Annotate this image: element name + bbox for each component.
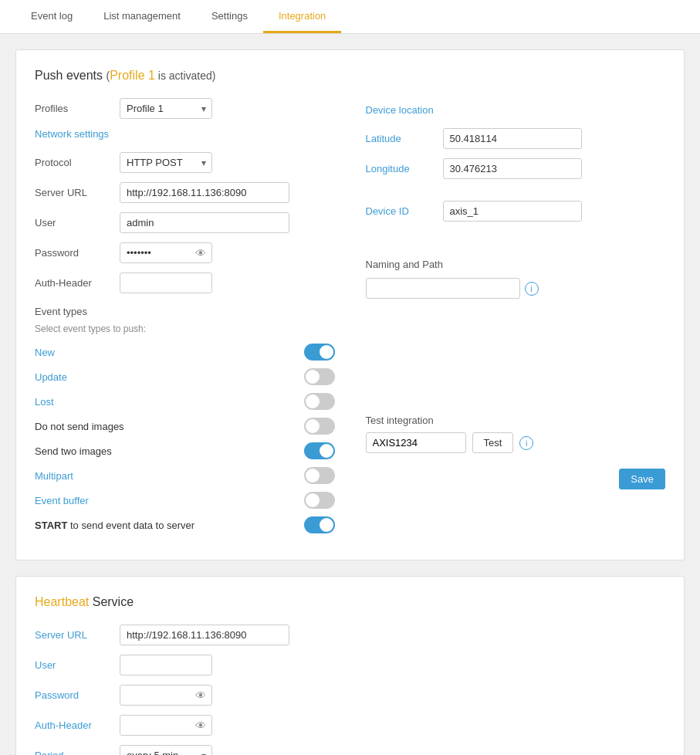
- protocol-select-wrapper: HTTP POST HTTP GET TCP: [120, 152, 212, 173]
- protocol-row: Protocol HTTP POST HTTP GET TCP: [35, 152, 335, 173]
- hb-password-wrapper: 👁: [120, 685, 212, 706]
- hb-password-row: Password 👁: [35, 685, 374, 706]
- toggle-row-multipart: Multipart: [35, 467, 335, 484]
- server-url-label: Server URL: [35, 187, 120, 198]
- push-events-profile-highlight: Profile 1: [110, 69, 155, 82]
- hb-auth-header-row: Auth-Header 👁: [35, 715, 374, 736]
- hb-password-label: Password: [35, 689, 120, 701]
- nav-integration[interactable]: Integration: [263, 1, 341, 33]
- heartbeat-title-suffix: Service: [89, 595, 134, 608]
- event-select-text: Select event types to push:: [35, 323, 335, 334]
- longitude-input[interactable]: [443, 158, 582, 179]
- test-info-icon[interactable]: i: [519, 436, 533, 450]
- device-id-input[interactable]: [443, 201, 582, 222]
- toggle-label-start: START to send event data to server: [35, 520, 304, 531]
- profiles-select[interactable]: Profile 1 Profile 2 Profile 3: [120, 98, 212, 119]
- hb-user-input[interactable]: [120, 655, 212, 675]
- longitude-row: Longitude: [366, 158, 666, 179]
- password-row: Password 👁: [35, 242, 335, 263]
- toggle-label-update: Update: [35, 371, 304, 383]
- push-events-save-row: Save: [366, 469, 666, 489]
- heartbeat-title: Heartbeat Service: [35, 595, 665, 609]
- hb-password-toggle-icon[interactable]: 👁: [195, 689, 206, 702]
- test-button[interactable]: Test: [472, 432, 514, 453]
- device-location-label: Device location: [366, 104, 666, 116]
- device-id-label: Device ID: [366, 205, 443, 217]
- user-input[interactable]: [120, 212, 289, 233]
- device-id-row: Device ID: [366, 201, 666, 222]
- push-events-title-prefix: Push events: [35, 69, 103, 82]
- toggle-multipart[interactable]: [304, 467, 335, 484]
- auth-header-row: Auth-Header: [35, 273, 335, 293]
- hb-period-label: Period: [35, 750, 120, 755]
- event-types-section: Event types Select event types to push: …: [35, 306, 335, 533]
- main-content: Push events (Profile 1 is activated) Pro…: [0, 34, 700, 755]
- latitude-row: Latitude: [366, 128, 666, 149]
- nav-settings[interactable]: Settings: [196, 1, 263, 33]
- toggle-row-new: New: [35, 344, 335, 361]
- naming-info-icon[interactable]: i: [525, 282, 539, 296]
- latitude-label: Latitude: [366, 133, 443, 144]
- profiles-label: Profiles: [35, 103, 120, 114]
- heartbeat-card: Heartbeat Service Server URL User Passwo…: [15, 576, 685, 755]
- toggle-row-no-images: Do not send images: [35, 418, 335, 435]
- latitude-input[interactable]: [443, 128, 582, 149]
- user-row: User: [35, 212, 335, 233]
- toggle-two-images[interactable]: [304, 442, 335, 459]
- toggle-no-images[interactable]: [304, 418, 335, 435]
- toggle-lost[interactable]: [304, 393, 335, 410]
- toggle-row-event-buffer: Event buffer: [35, 492, 335, 509]
- password-label: Password: [35, 247, 120, 259]
- push-events-save-button[interactable]: Save: [619, 469, 665, 489]
- naming-input[interactable]: [366, 278, 520, 299]
- hb-auth-header-label: Auth-Header: [35, 719, 120, 731]
- toggle-label-lost: Lost: [35, 396, 304, 408]
- longitude-label: Longitude: [366, 163, 443, 174]
- hb-auth-header-wrapper: 👁: [120, 715, 212, 736]
- toggle-label-event-buffer: Event buffer: [35, 495, 304, 506]
- event-types-title: Event types: [35, 306, 335, 317]
- top-navigation: Event log List management Settings Integ…: [0, 0, 700, 34]
- protocol-select[interactable]: HTTP POST HTTP GET TCP: [120, 152, 212, 173]
- password-wrapper: 👁: [120, 242, 212, 263]
- profiles-select-wrapper: Profile 1 Profile 2 Profile 3: [120, 98, 212, 119]
- test-integration-section: Test integration Test i: [366, 415, 666, 453]
- toggle-row-update: Update: [35, 368, 335, 385]
- password-toggle-icon[interactable]: 👁: [195, 247, 206, 259]
- test-row: Test i: [366, 432, 666, 453]
- toggle-row-lost: Lost: [35, 393, 335, 410]
- server-url-input[interactable]: [120, 182, 289, 203]
- toggle-label-two-images: Send two images: [35, 445, 304, 457]
- naming-input-row: i: [366, 278, 666, 299]
- test-integration-label: Test integration: [366, 415, 666, 426]
- hb-period-row: Period every 1 min every 5 min every 10 …: [35, 745, 374, 755]
- nav-list-management[interactable]: List management: [88, 1, 196, 33]
- hb-user-row: User: [35, 655, 374, 675]
- hb-period-select-wrapper: every 1 min every 5 min every 10 min eve…: [120, 745, 212, 755]
- toggle-label-multipart: Multipart: [35, 470, 304, 482]
- push-events-columns: Profiles Profile 1 Profile 2 Profile 3 N…: [35, 98, 665, 541]
- toggle-start[interactable]: [304, 516, 335, 533]
- hb-server-url-row: Server URL: [35, 625, 374, 645]
- nav-event-log[interactable]: Event log: [15, 1, 88, 33]
- toggle-label-no-images: Do not send images: [35, 421, 304, 432]
- protocol-label: Protocol: [35, 157, 120, 168]
- hb-auth-header-icon[interactable]: 👁: [195, 719, 206, 732]
- user-label: User: [35, 217, 120, 229]
- push-events-title: Push events (Profile 1 is activated): [35, 69, 665, 83]
- auth-header-input[interactable]: [120, 273, 212, 293]
- naming-path-label: Naming and Path: [366, 259, 666, 270]
- heartbeat-title-highlight: Heartbeat: [35, 595, 89, 608]
- toggle-event-buffer[interactable]: [304, 492, 335, 509]
- toggle-update[interactable]: [304, 368, 335, 385]
- toggle-row-two-images: Send two images: [35, 442, 335, 459]
- hb-server-url-input[interactable]: [120, 625, 289, 645]
- test-input[interactable]: [366, 432, 466, 453]
- naming-section: Naming and Path i: [366, 259, 666, 299]
- toggle-row-start: START to send event data to server: [35, 516, 335, 533]
- push-events-left: Profiles Profile 1 Profile 2 Profile 3 N…: [35, 98, 335, 541]
- profiles-row: Profiles Profile 1 Profile 2 Profile 3: [35, 98, 335, 119]
- toggle-new[interactable]: [304, 344, 335, 361]
- hb-period-select[interactable]: every 1 min every 5 min every 10 min eve…: [120, 745, 212, 755]
- hb-user-label: User: [35, 659, 120, 671]
